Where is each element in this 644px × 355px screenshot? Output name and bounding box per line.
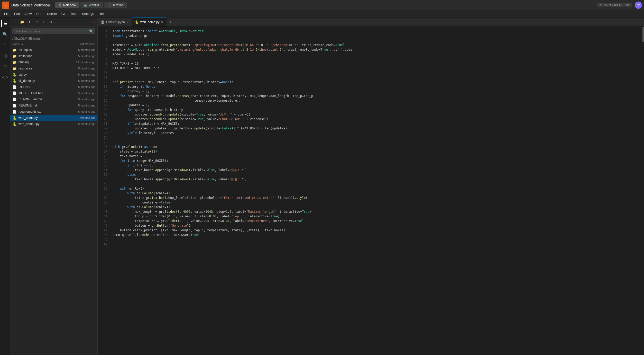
- code-line: state = gr.State([]): [111, 149, 641, 154]
- menu-item-edit[interactable]: Edit: [12, 11, 22, 16]
- app-title: Data Science Workshop: [11, 3, 50, 7]
- activity-icon-extensions[interactable]: ⊞: [1, 63, 9, 70]
- line-number: 24: [98, 135, 107, 140]
- line-number: 14: [98, 89, 107, 94]
- sidebar-btn-upload[interactable]: ⬆: [26, 19, 32, 25]
- code-line: demo.queue().launch(share=True, inbrowse…: [111, 233, 641, 237]
- code-line: model = model.eval(): [111, 52, 641, 57]
- activity-icon-git[interactable]: ⑂: [1, 41, 9, 49]
- code-line: temperature=temperature):: [111, 98, 641, 103]
- line-number: 45: [98, 233, 107, 237]
- code-line: top_p = gr.Slider(0, 1, value=0.7, step=…: [111, 214, 641, 219]
- line-number: 20: [98, 117, 107, 121]
- menu-item-help[interactable]: Help: [97, 11, 108, 16]
- code-content[interactable]: from transformers import AutoModel, Auto…: [111, 27, 641, 355]
- file-item[interactable]: 📁 limitations 5 months ago: [10, 53, 97, 59]
- file-icon: 📄: [12, 85, 17, 89]
- file-item[interactable]: 📄 LICENSE 5 months ago: [10, 84, 97, 90]
- search-input-wrap: 🔍: [12, 28, 95, 34]
- activity-icon-debug[interactable]: ⬡: [1, 52, 9, 60]
- status-badge: C 0.9% M 2.6% G1 0.0%: [597, 3, 632, 7]
- line-number: 23: [98, 131, 107, 135]
- line-number: 32: [98, 172, 107, 177]
- code-line: [111, 57, 641, 61]
- file-name: README_en.md: [19, 97, 62, 101]
- file-icon: 📁: [12, 66, 17, 71]
- editor-tab-close-webdemo[interactable]: ×: [161, 20, 163, 24]
- sidebar-btn-add[interactable]: +: [41, 19, 47, 25]
- top-tabs: 📓Notebook💻WebIDE⬛Terminal: [55, 2, 127, 8]
- scrollbar-track[interactable]: [641, 27, 644, 355]
- activity-icon-files[interactable]: ☰: [1, 20, 9, 27]
- file-icon: 🐍: [12, 78, 17, 83]
- file-icon: 🐍: [12, 72, 17, 77]
- arrow-indicator: →: [91, 19, 96, 25]
- editor-tab-label-notebook: Untitled.ipynb: [106, 20, 125, 24]
- code-editor: 1234567891011121314151617181920212223242…: [98, 27, 644, 355]
- line-number: 19: [98, 112, 107, 117]
- file-item[interactable]: 🐍 web_demo2.py 5 months ago: [10, 121, 97, 127]
- menu-item-run[interactable]: Run: [34, 11, 44, 16]
- editor-tab-notebook[interactable]: 📓 Untitled.ipynb ×: [98, 17, 132, 26]
- line-number: 42: [98, 219, 107, 223]
- file-item[interactable]: 📄 requirements.txt 5 months ago: [10, 109, 97, 115]
- file-icon: 📁: [12, 48, 17, 52]
- menu-item-file[interactable]: File: [2, 11, 12, 16]
- code-line: with gr.Row():: [111, 186, 641, 191]
- line-number: 25: [98, 140, 107, 145]
- sidebar-btn-folder[interactable]: 📁: [19, 19, 25, 25]
- code-line: [111, 135, 641, 140]
- top-tab-notebook[interactable]: 📓Notebook: [55, 2, 79, 8]
- avatar[interactable]: 中: [635, 2, 642, 9]
- editor-tab-icon-webdemo: 🐍: [135, 20, 139, 24]
- file-item[interactable]: 📄 README_en.md 5 months ago: [10, 96, 97, 102]
- menu-item-kernel[interactable]: Kernel: [45, 11, 59, 16]
- file-name: README.md: [19, 104, 62, 107]
- tab-icon-terminal: ⬛: [107, 3, 111, 7]
- menu-item-tabs[interactable]: Tabs: [68, 11, 79, 16]
- code-line: temperature = gr.Slider(0, 1, value=0.95…: [111, 219, 641, 223]
- top-tab-label-notebook: Notebook: [63, 3, 76, 7]
- editor-tab-webdemo[interactable]: 🐍 web_demo.py ×: [132, 17, 167, 26]
- code-line: [111, 75, 641, 80]
- top-tab-webide[interactable]: 💻WebIDE: [80, 2, 103, 8]
- code-line: MAX_BOXES = MAX_TURNS * 2: [111, 66, 641, 70]
- line-number: 12: [98, 80, 107, 84]
- code-line: [111, 237, 641, 242]
- file-icon: 📄: [12, 91, 17, 95]
- file-item[interactable]: 📄 MODEL_LICENSE 5 months ago: [10, 90, 97, 96]
- menu-item-settings[interactable]: Settings: [80, 11, 96, 16]
- file-item[interactable]: 📁 ptuning 14 minutes ago: [10, 59, 97, 65]
- sidebar-btn-menu[interactable]: ☰: [12, 19, 18, 25]
- file-item[interactable]: 📄 README.md 5 months ago: [10, 102, 97, 109]
- add-tab-button[interactable]: +: [167, 18, 175, 26]
- sidebar-btn-settings[interactable]: ⚙: [48, 19, 54, 25]
- line-number: 36: [98, 191, 107, 196]
- code-line: [111, 70, 641, 75]
- mod-col-header: Last Modified: [62, 42, 95, 46]
- file-modified: 5 months ago: [62, 48, 95, 51]
- menu-item-git[interactable]: Git: [59, 11, 68, 16]
- file-item[interactable]: 📁 examples 5 months ago: [10, 47, 97, 53]
- file-item[interactable]: 📁 resources 5 months ago: [10, 65, 97, 72]
- search-input[interactable]: [14, 30, 88, 33]
- file-item[interactable]: 🐍 api.py 5 months ago: [10, 72, 97, 78]
- file-modified: 5 months ago: [62, 92, 95, 95]
- activity-icon-search[interactable]: 🔍: [1, 30, 9, 38]
- file-item[interactable]: 🐍 web_demo.py 2 minutes ago: [10, 115, 97, 121]
- line-number: 39: [98, 205, 107, 209]
- code-line: with gr.Column(scale=1):: [111, 205, 641, 209]
- file-item[interactable]: 🐍 cli_demo.py 5 months ago: [10, 78, 97, 84]
- editor-tab-close-notebook[interactable]: ×: [126, 20, 128, 24]
- line-number: 22: [98, 126, 107, 131]
- sidebar-btn-refresh[interactable]: ↺: [33, 19, 40, 25]
- file-name: ptuning: [19, 60, 62, 64]
- code-line: updates.append(gr.update(visible=True, v…: [111, 117, 641, 121]
- code-line: MAX_TURNS = 20: [111, 61, 641, 66]
- line-number: 1: [98, 29, 107, 33]
- file-icon: 📄: [12, 103, 17, 108]
- file-modified: 5 months ago: [62, 67, 95, 70]
- activity-icon-code[interactable]: </>: [1, 74, 9, 81]
- top-tab-terminal[interactable]: ⬛Terminal: [104, 2, 127, 8]
- menu-item-view[interactable]: View: [22, 11, 34, 16]
